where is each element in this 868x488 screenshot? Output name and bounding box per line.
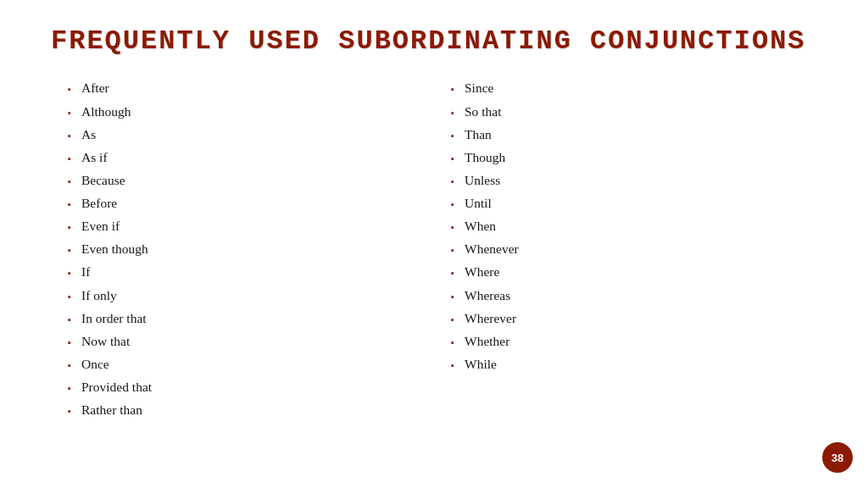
list-item-text: Whether [465, 330, 509, 352]
bullet-icon: ▪ [68, 200, 76, 209]
bullet-icon: ▪ [68, 85, 76, 94]
list-item-text: As if [81, 146, 108, 169]
list-item-text: Where [465, 260, 499, 283]
list-item: ▪Though [451, 146, 817, 169]
list-item-text: Because [81, 169, 125, 191]
bullet-icon: ▪ [451, 200, 459, 209]
list-item-text: Provided that [81, 375, 152, 398]
right-column: ▪Since▪So that▪Than▪Though▪Unless▪Until▪… [434, 76, 817, 421]
list-item: ▪So that [451, 100, 817, 123]
list-item-text: Whereas [465, 284, 510, 307]
list-item: ▪Although [68, 100, 434, 123]
list-item-text: Rather than [81, 398, 142, 421]
bullet-icon: ▪ [451, 131, 459, 141]
bullet-icon: ▪ [451, 223, 459, 232]
bullet-icon: ▪ [451, 269, 459, 278]
list-item: ▪Even though [68, 237, 434, 260]
list-item-text: In order that [81, 307, 147, 330]
list-item: ▪Before [68, 191, 434, 214]
bullet-icon: ▪ [68, 223, 76, 232]
bullet-icon: ▪ [68, 384, 76, 393]
list-item: ▪Rather than [68, 398, 434, 421]
bullet-icon: ▪ [68, 154, 76, 164]
bullet-icon: ▪ [68, 246, 76, 255]
list-item: ▪While [451, 352, 817, 375]
list-item: ▪Wherever [451, 307, 817, 330]
list-item: ▪After [68, 76, 434, 99]
list-item: ▪Whenever [451, 237, 817, 260]
bullet-icon: ▪ [451, 246, 459, 255]
list-item-text: Once [81, 352, 109, 375]
list-item-text: So that [465, 100, 502, 123]
list-item-text: Unless [465, 169, 500, 191]
list-item-text: After [81, 76, 109, 99]
list-item: ▪As [68, 123, 434, 146]
bullet-icon: ▪ [68, 361, 76, 370]
bullet-icon: ▪ [451, 85, 459, 94]
bullet-icon: ▪ [451, 361, 459, 370]
slide: Frequently Used Subordinating Conjunctio… [0, 0, 868, 488]
list-item: ▪Once [68, 352, 434, 375]
list-item: ▪In order that [68, 307, 434, 330]
list-item-text: Now that [81, 330, 130, 352]
bullet-icon: ▪ [68, 108, 76, 118]
slide-title: Frequently Used Subordinating Conjunctio… [51, 25, 817, 58]
columns-wrapper: ▪After▪Although▪As▪As if▪Because▪Before▪… [51, 76, 817, 421]
list-item: ▪As if [68, 146, 434, 169]
bullet-icon: ▪ [68, 177, 76, 186]
bullet-icon: ▪ [451, 154, 459, 164]
list-item: ▪Whether [451, 330, 817, 352]
list-item: ▪Where [451, 260, 817, 283]
bullet-icon: ▪ [451, 338, 459, 347]
left-list: ▪After▪Although▪As▪As if▪Because▪Before▪… [68, 76, 434, 421]
list-item-text: Whenever [465, 237, 519, 260]
bullet-icon: ▪ [68, 338, 76, 347]
bullet-icon: ▪ [68, 292, 76, 302]
page-number: 38 [822, 442, 853, 473]
bullet-icon: ▪ [451, 177, 459, 186]
list-item-text: Even though [81, 237, 148, 260]
list-item: ▪When [451, 214, 817, 237]
list-item: ▪Unless [451, 169, 817, 191]
list-item-text: Than [465, 123, 492, 146]
list-item-text: Even if [81, 214, 120, 237]
bullet-icon: ▪ [68, 131, 76, 141]
bullet-icon: ▪ [68, 407, 76, 416]
list-item-text: Before [81, 191, 117, 214]
list-item: ▪If only [68, 284, 434, 307]
bullet-icon: ▪ [68, 269, 76, 278]
left-column: ▪After▪Although▪As▪As if▪Because▪Before▪… [51, 76, 434, 421]
list-item: ▪If [68, 260, 434, 283]
list-item: ▪Because [68, 169, 434, 191]
list-item-text: Since [465, 76, 493, 99]
list-item-text: Although [81, 100, 131, 123]
list-item: ▪Until [451, 191, 817, 214]
bullet-icon: ▪ [451, 108, 459, 118]
list-item: ▪Whereas [451, 284, 817, 307]
list-item: ▪Even if [68, 214, 434, 237]
list-item-text: If [81, 260, 90, 283]
list-item-text: Until [465, 191, 492, 214]
list-item-text: If only [81, 284, 117, 307]
bullet-icon: ▪ [68, 315, 76, 324]
bullet-icon: ▪ [451, 292, 459, 302]
list-item-text: While [465, 352, 497, 375]
list-item: ▪Now that [68, 330, 434, 352]
right-list: ▪Since▪So that▪Than▪Though▪Unless▪Until▪… [451, 76, 817, 375]
list-item: ▪Than [451, 123, 817, 146]
list-item: ▪Since [451, 76, 817, 99]
list-item-text: Wherever [465, 307, 516, 330]
list-item-text: Though [465, 146, 505, 169]
list-item-text: As [81, 123, 96, 146]
list-item-text: When [465, 214, 496, 237]
list-item: ▪Provided that [68, 375, 434, 398]
bullet-icon: ▪ [451, 315, 459, 324]
